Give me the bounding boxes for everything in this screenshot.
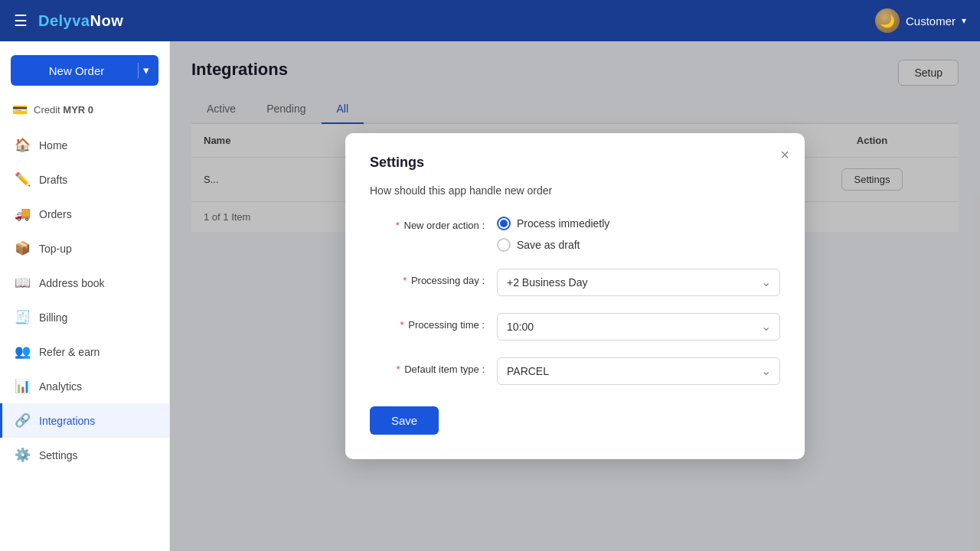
sidebar-item-topup[interactable]: 📦 Top-up (0, 231, 169, 266)
radio-circle-draft (497, 238, 511, 252)
sidebar-item-settings-label: Settings (39, 449, 78, 461)
sidebar-item-settings[interactable]: ⚙️ Settings (0, 438, 169, 472)
sidebar-item-refer-earn[interactable]: 👥 Refer & earn (0, 334, 169, 369)
modal-close-button[interactable]: × (780, 147, 789, 162)
sidebar-item-address-book-label: Address book (39, 277, 105, 289)
analytics-icon: 📊 (15, 378, 30, 394)
credit-row: 💳 Credit MYR 0 (0, 98, 169, 128)
sidebar-item-billing-label: Billing (39, 311, 67, 324)
processing-time-select[interactable]: 10:00 09:00 11:00 12:00 (497, 313, 780, 341)
sidebar-item-home[interactable]: 🏠 Home (0, 128, 169, 162)
topnav-left: ☰ DelyvaNow (14, 11, 123, 30)
topnav-right: 🌙 Customer ▾ (875, 8, 966, 33)
refer-earn-icon: 👥 (15, 344, 30, 360)
topup-icon: 📦 (15, 240, 30, 256)
sidebar-item-integrations[interactable]: 🔗 Integrations (0, 403, 169, 438)
sidebar-item-topup-label: Top-up (39, 243, 72, 255)
new-order-action-field: Process immedietly Save as draft (497, 214, 780, 252)
radio-inner-process (500, 220, 508, 227)
sidebar: New Order ▾ 💳 Credit MYR 0 🏠 Home ✏️ Dra… (0, 41, 170, 551)
topnav: ☰ DelyvaNow 🌙 Customer ▾ (0, 0, 980, 41)
sidebar-item-analytics-label: Analytics (39, 380, 82, 393)
radio-draft-label: Save as draft (517, 239, 580, 251)
avatar: 🌙 (875, 8, 900, 33)
settings-modal: Settings × How should this app handle ne… (345, 133, 805, 459)
modal-title: Settings (370, 155, 780, 171)
home-icon: 🏠 (15, 137, 30, 153)
default-item-type-select-wrapper: PARCEL DOCUMENT FOOD (497, 357, 780, 385)
settings-icon: ⚙️ (15, 447, 30, 463)
processing-day-label: * Processing day : (370, 269, 485, 286)
chevron-down-icon[interactable]: ▾ (962, 15, 966, 26)
sidebar-item-home-label: Home (39, 139, 67, 152)
customer-name: Customer (906, 15, 956, 28)
processing-time-field: 10:00 09:00 11:00 12:00 (497, 313, 780, 341)
radio-process-label: Process immedietly (517, 217, 609, 230)
credit-label: Credit MYR 0 (34, 104, 93, 116)
billing-icon: 🧾 (15, 309, 30, 325)
processing-day-field: +2 Business Day +1 Business Day Same Day (497, 269, 780, 296)
required-marker: * (396, 220, 400, 231)
logo: DelyvaNow (38, 12, 123, 30)
sidebar-item-drafts[interactable]: ✏️ Drafts (0, 162, 169, 197)
new-order-button[interactable]: New Order ▾ (11, 55, 158, 86)
sidebar-item-orders-label: Orders (39, 208, 72, 220)
sidebar-item-billing[interactable]: 🧾 Billing (0, 300, 169, 334)
radio-group: Process immedietly Save as draft (497, 214, 780, 252)
processing-day-select[interactable]: +2 Business Day +1 Business Day Same Day (497, 269, 780, 296)
credit-amount: MYR 0 (63, 104, 93, 116)
modal-description: How should this app handle new order (370, 184, 780, 197)
radio-process-immediately[interactable]: Process immedietly (497, 217, 780, 230)
new-order-chevron-icon: ▾ (143, 64, 149, 77)
hamburger-icon[interactable]: ☰ (14, 11, 28, 30)
default-item-type-select[interactable]: PARCEL DOCUMENT FOOD (497, 357, 780, 385)
radio-save-as-draft[interactable]: Save as draft (497, 238, 780, 252)
processing-time-select-wrapper: 10:00 09:00 11:00 12:00 (497, 313, 780, 341)
processing-time-row: * Processing time : 10:00 09:00 11:00 12… (370, 313, 780, 341)
integrations-icon: 🔗 (15, 412, 30, 429)
modal-overlay: Settings × How should this app handle ne… (170, 41, 980, 551)
save-button[interactable]: Save (370, 406, 439, 435)
address-book-icon: 📖 (15, 275, 30, 291)
processing-time-label: * Processing time : (370, 313, 485, 331)
new-order-action-label: * New order action : (370, 214, 485, 231)
radio-circle-process (497, 217, 511, 230)
credit-icon: 💳 (12, 103, 28, 117)
default-item-type-field: PARCEL DOCUMENT FOOD (497, 357, 780, 385)
sidebar-item-integrations-label: Integrations (39, 415, 95, 427)
default-item-type-row: * Default item type : PARCEL DOCUMENT FO… (370, 357, 780, 385)
processing-day-select-wrapper: +2 Business Day +1 Business Day Same Day (497, 269, 780, 296)
default-item-type-label: * Default item type : (370, 357, 485, 375)
button-divider (138, 63, 139, 78)
new-order-label: New Order (20, 64, 133, 77)
drafts-icon: ✏️ (15, 171, 30, 187)
main-content: Integrations Setup Active Pending All Na… (170, 41, 980, 551)
processing-day-row: * Processing day : +2 Business Day +1 Bu… (370, 269, 780, 296)
sidebar-item-refer-earn-label: Refer & earn (39, 346, 100, 358)
sidebar-item-analytics[interactable]: 📊 Analytics (0, 369, 169, 403)
sidebar-item-drafts-label: Drafts (39, 174, 67, 186)
sidebar-item-address-book[interactable]: 📖 Address book (0, 266, 169, 300)
new-order-action-row: * New order action : Process immedietly (370, 214, 780, 252)
orders-icon: 🚚 (15, 206, 30, 222)
sidebar-item-orders[interactable]: 🚚 Orders (0, 197, 169, 231)
layout: New Order ▾ 💳 Credit MYR 0 🏠 Home ✏️ Dra… (0, 41, 980, 551)
